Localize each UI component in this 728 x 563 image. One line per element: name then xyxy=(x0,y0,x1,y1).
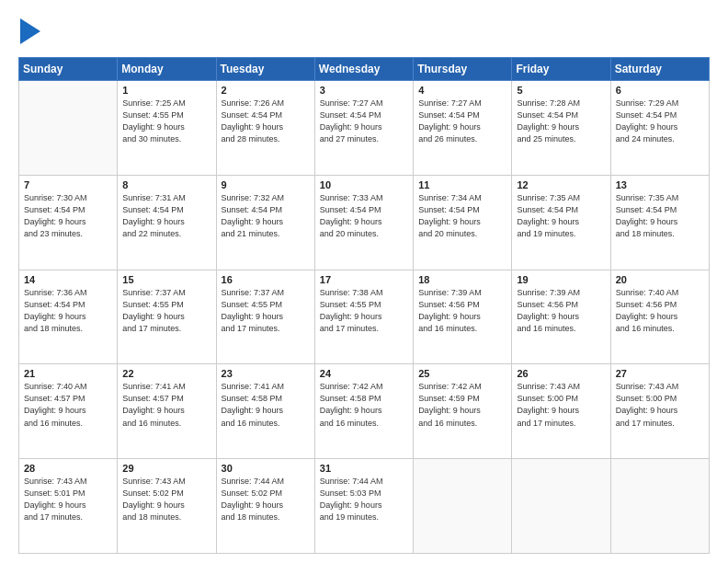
day-cell: 19Sunrise: 7:39 AMSunset: 4:56 PMDayligh… xyxy=(512,270,610,364)
day-info: Sunrise: 7:44 AMSunset: 5:02 PMDaylight:… xyxy=(222,476,310,523)
day-cell xyxy=(414,459,512,554)
day-number: 6 xyxy=(616,85,704,96)
page: SundayMondayTuesdayWednesdayThursdayFrid… xyxy=(0,0,728,563)
day-cell: 25Sunrise: 7:42 AMSunset: 4:59 PMDayligh… xyxy=(414,364,512,459)
day-number: 31 xyxy=(320,463,408,474)
svg-marker-0 xyxy=(20,18,40,44)
day-number: 20 xyxy=(616,274,704,285)
day-number: 4 xyxy=(418,85,506,96)
day-number: 24 xyxy=(320,368,408,379)
day-info: Sunrise: 7:40 AMSunset: 4:57 PMDaylight:… xyxy=(24,381,112,429)
day-number: 19 xyxy=(517,274,605,285)
day-number: 18 xyxy=(418,274,506,285)
day-cell: 5Sunrise: 7:28 AMSunset: 4:54 PMDaylight… xyxy=(512,81,610,176)
day-info: Sunrise: 7:33 AMSunset: 4:54 PMDaylight:… xyxy=(320,192,408,240)
day-cell: 24Sunrise: 7:42 AMSunset: 4:58 PMDayligh… xyxy=(314,364,413,459)
day-cell: 10Sunrise: 7:33 AMSunset: 4:54 PMDayligh… xyxy=(314,175,413,270)
week-row: 1Sunrise: 7:25 AMSunset: 4:55 PMDaylight… xyxy=(19,81,710,176)
week-row: 7Sunrise: 7:30 AMSunset: 4:54 PMDaylight… xyxy=(19,175,710,270)
week-row: 14Sunrise: 7:36 AMSunset: 4:54 PMDayligh… xyxy=(19,270,710,364)
day-info: Sunrise: 7:28 AMSunset: 4:54 PMDaylight:… xyxy=(517,98,605,145)
day-cell: 23Sunrise: 7:41 AMSunset: 4:58 PMDayligh… xyxy=(216,364,314,459)
day-info: Sunrise: 7:27 AMSunset: 4:54 PMDaylight:… xyxy=(320,98,408,145)
day-cell xyxy=(610,459,709,554)
day-cell: 4Sunrise: 7:27 AMSunset: 4:54 PMDaylight… xyxy=(414,81,512,176)
day-info: Sunrise: 7:42 AMSunset: 4:59 PMDaylight:… xyxy=(418,381,506,429)
day-cell: 1Sunrise: 7:25 AMSunset: 4:55 PMDaylight… xyxy=(118,81,216,176)
day-info: Sunrise: 7:29 AMSunset: 4:54 PMDaylight:… xyxy=(616,98,704,145)
day-cell: 22Sunrise: 7:41 AMSunset: 4:57 PMDayligh… xyxy=(118,364,216,459)
day-number: 1 xyxy=(122,85,210,96)
day-header-tuesday: Tuesday xyxy=(216,58,314,81)
day-number: 12 xyxy=(517,179,605,190)
day-number: 30 xyxy=(222,463,310,474)
day-cell: 9Sunrise: 7:32 AMSunset: 4:54 PMDaylight… xyxy=(216,175,314,270)
day-cell: 2Sunrise: 7:26 AMSunset: 4:54 PMDaylight… xyxy=(216,81,314,176)
day-info: Sunrise: 7:41 AMSunset: 4:58 PMDaylight:… xyxy=(222,381,310,429)
day-info: Sunrise: 7:41 AMSunset: 4:57 PMDaylight:… xyxy=(122,381,210,429)
day-info: Sunrise: 7:42 AMSunset: 4:58 PMDaylight:… xyxy=(320,381,408,429)
day-number: 16 xyxy=(222,274,310,285)
day-cell: 13Sunrise: 7:35 AMSunset: 4:54 PMDayligh… xyxy=(610,175,709,270)
day-info: Sunrise: 7:35 AMSunset: 4:54 PMDaylight:… xyxy=(616,192,704,240)
day-cell: 8Sunrise: 7:31 AMSunset: 4:54 PMDaylight… xyxy=(118,175,216,270)
day-cell: 27Sunrise: 7:43 AMSunset: 5:00 PMDayligh… xyxy=(610,364,709,459)
day-cell: 7Sunrise: 7:30 AMSunset: 4:54 PMDaylight… xyxy=(19,175,118,270)
day-number: 3 xyxy=(320,85,408,96)
day-info: Sunrise: 7:43 AMSunset: 5:00 PMDaylight:… xyxy=(517,381,605,429)
header xyxy=(18,17,710,48)
day-info: Sunrise: 7:39 AMSunset: 4:56 PMDaylight:… xyxy=(418,287,506,335)
day-cell: 16Sunrise: 7:37 AMSunset: 4:55 PMDayligh… xyxy=(216,270,314,364)
day-number: 25 xyxy=(418,368,506,379)
day-info: Sunrise: 7:32 AMSunset: 4:54 PMDaylight:… xyxy=(222,192,310,240)
day-cell: 17Sunrise: 7:38 AMSunset: 4:55 PMDayligh… xyxy=(314,270,413,364)
day-number: 28 xyxy=(24,463,112,474)
day-number: 17 xyxy=(320,274,408,285)
day-cell: 12Sunrise: 7:35 AMSunset: 4:54 PMDayligh… xyxy=(512,175,610,270)
day-number: 5 xyxy=(517,85,605,96)
day-cell: 26Sunrise: 7:43 AMSunset: 5:00 PMDayligh… xyxy=(512,364,610,459)
header-row: SundayMondayTuesdayWednesdayThursdayFrid… xyxy=(19,58,710,81)
day-number: 21 xyxy=(24,368,112,379)
day-number: 2 xyxy=(222,85,310,96)
day-info: Sunrise: 7:26 AMSunset: 4:54 PMDaylight:… xyxy=(222,98,310,145)
calendar-table: SundayMondayTuesdayWednesdayThursdayFrid… xyxy=(18,57,710,554)
day-header-wednesday: Wednesday xyxy=(314,58,413,81)
day-number: 15 xyxy=(122,274,210,285)
day-cell: 21Sunrise: 7:40 AMSunset: 4:57 PMDayligh… xyxy=(19,364,118,459)
day-header-thursday: Thursday xyxy=(414,58,512,81)
day-number: 22 xyxy=(122,368,210,379)
day-cell: 11Sunrise: 7:34 AMSunset: 4:54 PMDayligh… xyxy=(414,175,512,270)
logo-chevron-icon xyxy=(20,18,40,48)
day-info: Sunrise: 7:44 AMSunset: 5:03 PMDaylight:… xyxy=(320,476,408,523)
day-number: 7 xyxy=(24,179,112,190)
day-number: 11 xyxy=(418,179,506,190)
day-cell: 29Sunrise: 7:43 AMSunset: 5:02 PMDayligh… xyxy=(118,459,216,554)
day-number: 23 xyxy=(222,368,310,379)
day-number: 14 xyxy=(24,274,112,285)
day-info: Sunrise: 7:35 AMSunset: 4:54 PMDaylight:… xyxy=(517,192,605,240)
day-info: Sunrise: 7:43 AMSunset: 5:01 PMDaylight:… xyxy=(24,476,112,523)
day-info: Sunrise: 7:43 AMSunset: 5:02 PMDaylight:… xyxy=(122,476,210,523)
day-number: 13 xyxy=(616,179,704,190)
day-cell: 6Sunrise: 7:29 AMSunset: 4:54 PMDaylight… xyxy=(610,81,709,176)
day-cell: 30Sunrise: 7:44 AMSunset: 5:02 PMDayligh… xyxy=(216,459,314,554)
day-info: Sunrise: 7:30 AMSunset: 4:54 PMDaylight:… xyxy=(24,192,112,240)
day-info: Sunrise: 7:39 AMSunset: 4:56 PMDaylight:… xyxy=(517,287,605,335)
day-number: 10 xyxy=(320,179,408,190)
day-info: Sunrise: 7:37 AMSunset: 4:55 PMDaylight:… xyxy=(122,287,210,335)
day-header-monday: Monday xyxy=(118,58,216,81)
day-info: Sunrise: 7:36 AMSunset: 4:54 PMDaylight:… xyxy=(24,287,112,335)
day-number: 27 xyxy=(616,368,704,379)
day-info: Sunrise: 7:27 AMSunset: 4:54 PMDaylight:… xyxy=(418,98,506,145)
day-cell: 3Sunrise: 7:27 AMSunset: 4:54 PMDaylight… xyxy=(314,81,413,176)
day-header-sunday: Sunday xyxy=(19,58,118,81)
day-info: Sunrise: 7:37 AMSunset: 4:55 PMDaylight:… xyxy=(222,287,310,335)
day-header-friday: Friday xyxy=(512,58,610,81)
day-cell xyxy=(19,81,118,176)
day-number: 26 xyxy=(517,368,605,379)
day-cell: 20Sunrise: 7:40 AMSunset: 4:56 PMDayligh… xyxy=(610,270,709,364)
week-row: 28Sunrise: 7:43 AMSunset: 5:01 PMDayligh… xyxy=(19,459,710,554)
logo xyxy=(18,17,40,48)
day-info: Sunrise: 7:25 AMSunset: 4:55 PMDaylight:… xyxy=(122,98,210,145)
